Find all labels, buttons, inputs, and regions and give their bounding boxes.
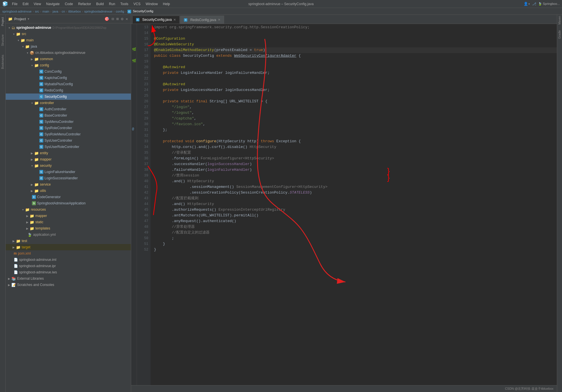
line-number-26: 26 [137, 99, 148, 104]
menu-vcs[interactable]: VCS [131, 1, 143, 7]
menu-tools[interactable]: Tools [118, 1, 131, 7]
tree-item-extlibs[interactable]: ▶ 📚 External Libraries [6, 275, 131, 282]
menu-window[interactable]: Window [143, 1, 160, 7]
tree-item-scratches[interactable]: ▶ 📝 Scratches and Consoles [6, 282, 131, 288]
menu-refactor[interactable]: Refactor [76, 1, 93, 7]
project-folder-icon: 📁 [8, 17, 13, 21]
tree-item-config[interactable]: ▾ 📁 config [6, 62, 131, 68]
tree-item-springbootapp[interactable]: S SpringbootAdminvueApplication [6, 200, 131, 206]
tree-item-service[interactable]: ▶ 📁 service [6, 181, 131, 188]
tree-item-main[interactable]: ▾ 📁 main [6, 37, 131, 43]
tree-item-mapper[interactable]: ▶ 📁 mapper [6, 156, 131, 163]
scratches-label: Scratches and Consoles [17, 283, 54, 287]
collapse-icon[interactable]: ⊟ [111, 16, 114, 22]
hide-icon[interactable]: ✕ [125, 16, 129, 22]
breadcrumb-springbootadminvue[interactable]: springbootadminvue [84, 10, 112, 13]
tree-item-test[interactable]: ▶ 📁 test [6, 238, 131, 244]
class-icon-loginfailure: C [39, 170, 43, 174]
folder-static-icon: 📁 [30, 220, 34, 224]
tree-item-sysrolemenu[interactable]: C SysRoleMenuController [6, 131, 131, 137]
tab-redis-icon: C [184, 18, 187, 22]
panel-icons: 🎯 ⊟ ⊞ ⚙ ✕ [104, 16, 129, 22]
tree-item-iml[interactable]: 📄 springboot-adminvue.iml [6, 257, 131, 263]
tree-item-redisconfig[interactable]: C RedisConfig [6, 87, 131, 94]
tree-item-security[interactable]: ▾ 📁 security [6, 163, 131, 169]
tab-security-close[interactable]: ✕ [173, 18, 176, 22]
menu-run[interactable]: Run [107, 1, 117, 7]
tree-item-loginsuccess[interactable]: C LoginSuccessHandler [6, 175, 131, 181]
tree-item-appyml[interactable]: 🍃 application.yml [6, 231, 131, 238]
account-icon[interactable]: 👤▾ [524, 2, 530, 6]
right-tab-gradle[interactable]: Gradle [558, 30, 561, 39]
breadcrumb-project[interactable]: springboot-adminvue [2, 10, 32, 13]
tree-item-ipr[interactable]: 📄 springboot-adminvue.ipr [6, 263, 131, 269]
tree-item-resources-mapper[interactable]: ▶ 📁 mapper [6, 213, 131, 219]
project-tab[interactable]: Project [1, 17, 4, 26]
menu-view[interactable]: View [31, 1, 43, 7]
tree-item-controller[interactable]: ▾ 📁 controller [6, 100, 131, 106]
tree-item-resources[interactable]: ▾ 📁 resources [6, 206, 131, 213]
iws-icon: 📄 [14, 270, 18, 274]
tab-redisconfig[interactable]: C RedisConfig.java ✕ [180, 16, 224, 24]
panel-dropdown[interactable]: ▾ [28, 17, 29, 21]
tree-item-target[interactable]: ▶ 📁 target [6, 244, 131, 250]
tree-item-sysmenu[interactable]: C SysMenuController [6, 119, 131, 125]
tree-item-static[interactable]: ▶ 📁 static [6, 219, 131, 225]
tree-item-common[interactable]: ▶ 📁 common [6, 56, 131, 62]
tree-item-src[interactable]: ▾ 📁 src [6, 31, 131, 37]
tree-item-pomxml[interactable]: m pom.xml [6, 250, 131, 257]
right-tab-maven[interactable]: Maven [558, 16, 561, 25]
bookmarks-tab[interactable]: Bookmarks [1, 55, 4, 69]
folder-src-icon: 📁 [16, 32, 21, 36]
code-line-29: "/captcha", [154, 116, 557, 121]
tree-item-codegen[interactable]: C CodeGenerator [6, 194, 131, 200]
structure-tab[interactable]: Structure [1, 34, 4, 46]
tree-item-mybatisconfig[interactable]: C MybatisPlusConfig [6, 81, 131, 87]
menu-code[interactable]: Code [62, 1, 75, 7]
springboot-label[interactable]: 🍃 Springboo... [538, 2, 560, 6]
tree-item-basecontroller[interactable]: C BaseController [6, 112, 131, 119]
breadcrumb-config[interactable]: config [116, 10, 124, 13]
tab-securityconfig[interactable]: C SecurityConfig.java ✕ [132, 16, 180, 24]
line-number-16: 16 [137, 42, 148, 47]
folder-entity-icon: 📁 [34, 151, 39, 155]
tree-item-sysrole[interactable]: C SysRoleController [6, 125, 131, 131]
tree-item-sysuserrole[interactable]: C SysUserRoleController [6, 144, 131, 150]
tree-item-iws[interactable]: 📄 springboot-adminvue.iws [6, 269, 131, 275]
tree-item-root[interactable]: ▾ 🗂 springboot-adminvue D:\ProgramWorkSp… [6, 25, 131, 31]
menu-file[interactable]: File [10, 1, 20, 7]
menu-edit[interactable]: Edit [20, 1, 31, 7]
controller-label: controller [40, 101, 54, 105]
class-icon-sysuserrole: C [39, 145, 43, 149]
tree-item-securityconfig[interactable]: C SecurityConfig [6, 94, 131, 100]
tree-item-package[interactable]: ▾ 📦 cn.itbluebox.springbootadminvue [6, 50, 131, 56]
templates-label: templates [35, 226, 50, 230]
menu-build[interactable]: Build [94, 1, 106, 7]
breadcrumb-itbluebox[interactable]: itbluebox [68, 10, 81, 13]
tab-redis-close[interactable]: ✕ [218, 18, 220, 22]
tree-item-templates[interactable]: ▶ 📁 templates [6, 225, 131, 231]
code-content[interactable]: import org.springframework.security.conf… [151, 24, 557, 385]
breadcrumb-java[interactable]: java [52, 10, 58, 13]
breadcrumb-src[interactable]: src [35, 10, 39, 13]
tree-item-corsconfig[interactable]: C CorsConfig [6, 68, 131, 75]
tree-item-authcontroller[interactable]: C AuthController [6, 106, 131, 112]
menu-help[interactable]: Help [161, 1, 172, 7]
code-line-21: private LoginFailureHandler loginFailure… [154, 70, 557, 76]
expand-icon[interactable]: ⊞ [116, 16, 119, 22]
menu-navigate[interactable]: Navigate [44, 1, 62, 7]
tree-item-java[interactable]: ▾ 📁 java [6, 43, 131, 50]
code-line-23: @Autowired [154, 82, 557, 87]
settings-icon[interactable]: ⚙ [120, 16, 124, 22]
tree-item-loginfailure[interactable]: C LoginFailureHandler [6, 169, 131, 175]
line-number-48: 48 [137, 224, 148, 230]
tree-item-entity[interactable]: ▶ 📁 entity [6, 150, 131, 156]
tree-item-utils[interactable]: ▶ 📁 utils [6, 188, 131, 194]
breadcrumb-main[interactable]: main [42, 10, 49, 13]
tree-item-kaptchaconfig[interactable]: C KaptchaConfig [6, 75, 131, 81]
locate-icon[interactable]: 🎯 [104, 16, 110, 22]
breadcrumb-cn[interactable]: cn [62, 10, 65, 13]
git-icon[interactable]: ⎇ [532, 2, 536, 6]
line-number-27: 27 [137, 104, 148, 110]
tree-item-sysuser[interactable]: C SysUserController [6, 137, 131, 144]
